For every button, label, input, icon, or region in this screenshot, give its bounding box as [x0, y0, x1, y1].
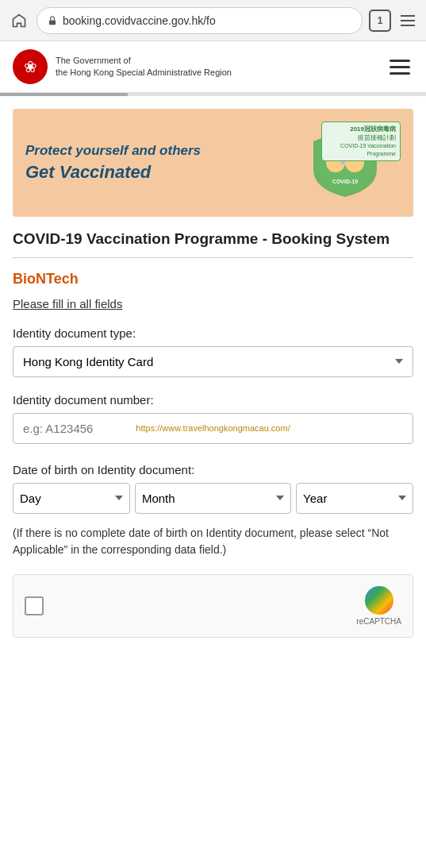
- tab-count[interactable]: 1: [369, 10, 391, 32]
- id-type-select[interactable]: Hong Kong Identity Card Passport Other T…: [13, 346, 413, 377]
- lock-icon: [47, 15, 58, 26]
- dob-day-wrapper: Day 12 34 5Not Applicable: [13, 483, 130, 514]
- browser-bar: booking.covidvaccine.gov.hk/fo 1: [0, 0, 426, 41]
- govt-logo-icon: ❀: [24, 57, 37, 76]
- recaptcha-logo-icon: [365, 586, 393, 615]
- govt-name: The Government of the Hong Kong Special …: [56, 55, 232, 79]
- id-number-label: Identity document number:: [13, 393, 413, 407]
- dob-note: (If there is no complete date of birth o…: [13, 525, 413, 558]
- title-divider: [13, 257, 413, 258]
- dob-label: Date of birth on Identity document:: [13, 463, 413, 476]
- home-button[interactable]: [8, 10, 30, 32]
- vaccination-banner: Protect yourself and others Get Vaccinat…: [13, 109, 413, 217]
- govt-logo: ❀: [13, 49, 48, 84]
- main-content: Protect yourself and others Get Vaccinat…: [0, 109, 426, 654]
- progress-bar-fill: [0, 93, 128, 96]
- govt-header: ❀ The Government of the Hong Kong Specia…: [0, 41, 426, 93]
- url-text: booking.covidvaccine.gov.hk/fo: [63, 14, 216, 27]
- progress-bar: [0, 93, 426, 96]
- banner-image: COVID-19 2019冠狀病毒病 疫苗接種計劃 COVID-19 Vacci…: [274, 122, 401, 204]
- captcha-widget[interactable]: reCAPTCHA: [13, 574, 413, 638]
- vaccine-type: BioNTech: [13, 271, 413, 287]
- address-bar[interactable]: booking.covidvaccine.gov.hk/fo: [36, 7, 363, 34]
- dob-year-wrapper: Year 2021 2000 1990 1980 Not Applicable: [296, 483, 413, 514]
- id-type-group: Identity document type: Hong Kong Identi…: [13, 326, 413, 377]
- page-title: COVID-19 Vaccination Programme - Booking…: [13, 230, 413, 249]
- id-number-input[interactable]: [13, 413, 413, 444]
- dob-day-select[interactable]: Day 12 34 5Not Applicable: [13, 483, 130, 514]
- id-number-input-wrapper: https://www.travelhongkongmacau.com/: [13, 413, 413, 444]
- svg-rect-0: [49, 20, 56, 25]
- recaptcha-logo-text: reCAPTCHA: [356, 617, 401, 626]
- browser-menu-button[interactable]: [397, 12, 418, 29]
- dob-group: Date of birth on Identity document: Day …: [13, 463, 413, 558]
- banner-line2: Get Vaccinated: [25, 162, 274, 183]
- banner-text: Protect yourself and others Get Vaccinat…: [25, 143, 274, 183]
- id-number-group: Identity document number: https://www.tr…: [13, 393, 413, 447]
- dob-month-wrapper: Month JanuaryFebruary MarchApril MayJune…: [135, 483, 291, 514]
- captcha-logo: reCAPTCHA: [356, 586, 401, 626]
- captcha-checkbox[interactable]: [25, 596, 44, 615]
- hamburger-menu-button[interactable]: [386, 56, 413, 78]
- govt-logo-area: ❀ The Government of the Hong Kong Specia…: [13, 49, 232, 84]
- id-type-label: Identity document type:: [13, 326, 413, 340]
- banner-badge-text3: COVID-19 Vaccination Programme: [326, 142, 396, 158]
- banner-line1: Protect yourself and others: [25, 143, 274, 159]
- dob-month-select[interactable]: Month JanuaryFebruary MarchApril MayJune…: [135, 483, 291, 514]
- alert-text: Please fill in all fields: [13, 297, 413, 311]
- dob-year-select[interactable]: Year 2021 2000 1990 1980 Not Applicable: [296, 483, 413, 514]
- banner-badge-text2: 疫苗接種計劃: [326, 133, 396, 142]
- dob-row: Day 12 34 5Not Applicable Month JanuaryF…: [13, 483, 413, 514]
- svg-text:COVID-19: COVID-19: [332, 179, 358, 184]
- banner-badge-text1: 2019冠狀病毒病: [326, 125, 396, 133]
